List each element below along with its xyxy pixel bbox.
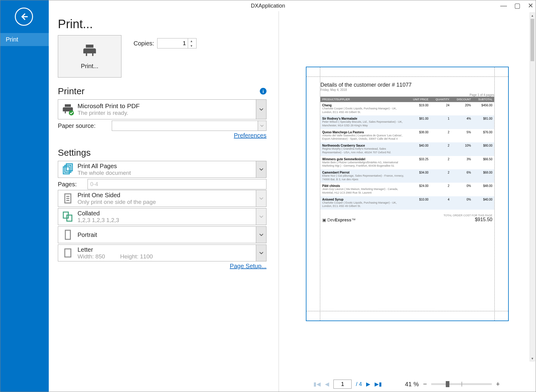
report-page-info: Page 1 of 4 pages	[320, 93, 494, 97]
pages-input-wrap[interactable]	[88, 179, 266, 189]
page-setup-link[interactable]: Page Setup...	[230, 263, 266, 269]
table-row: Pâté chinoisJean-Guy Lauzon ( Ma Maison,…	[320, 183, 494, 196]
paper-source-dropdown-button[interactable]	[258, 121, 266, 131]
preview-toolbar: ▮◀ ◀ / 4 ▶ ▶▮ 41 % − +	[279, 377, 536, 392]
arrow-left-icon	[19, 12, 28, 21]
chevron-down-icon	[259, 107, 263, 111]
collate-dropdown-button[interactable]	[256, 208, 266, 225]
scroll-down-icon[interactable]: ▼	[530, 356, 535, 361]
orientation-select[interactable]: Portrait	[58, 226, 266, 243]
paper-source-select[interactable]	[112, 121, 266, 131]
print-button[interactable]: Print...	[58, 35, 121, 78]
settings-pane: Print... Print... Copies: ▲▼ Printer i	[49, 11, 279, 392]
table-row: Northwoods Cranberry SauceRegina Murphy …	[320, 142, 494, 156]
collate-select[interactable]: Collated 1,2,3 1,2,3 1,2,3	[58, 208, 266, 225]
svg-rect-10	[65, 230, 71, 239]
print-range-dropdown-button[interactable]	[256, 161, 266, 178]
orientation-dropdown-button[interactable]	[256, 227, 266, 243]
duplex-select[interactable]: Print One Sided Only print one side of t…	[58, 190, 266, 207]
app-title: DXApplication	[251, 3, 285, 9]
paper-source-input[interactable]	[112, 123, 258, 129]
copies-input[interactable]	[157, 40, 188, 47]
copies-label: Copies:	[134, 40, 154, 47]
printer-select[interactable]: Microsoft Print to PDF The printer is re…	[58, 99, 266, 119]
report-title: Details of the customer order # 11077	[320, 82, 494, 88]
chevron-down-icon	[259, 251, 263, 255]
copies-spinner[interactable]: ▲▼	[157, 38, 197, 48]
paper-size-select[interactable]: Letter Width: 850 Height: 1100	[58, 244, 266, 261]
paper-icon	[58, 245, 78, 261]
print-range-sub: The whole document	[78, 170, 256, 176]
collate-sub: 1,2,3 1,2,3 1,2,3	[78, 217, 256, 224]
printer-icon	[82, 43, 97, 60]
chevron-down-icon	[259, 167, 263, 171]
minimize-button[interactable]: —	[500, 2, 507, 9]
back-button[interactable]	[15, 8, 33, 26]
pages-input[interactable]	[88, 181, 266, 188]
preferences-link[interactable]: Preferences	[234, 132, 266, 139]
copies-up[interactable]: ▲	[188, 38, 195, 43]
printer-name: Microsoft Print to PDF	[78, 102, 256, 110]
total-label: TOTAL ORDER COST FOR THIS PAGE	[444, 214, 492, 217]
preview-page[interactable]: Details of the customer order # 11077 Fr…	[306, 67, 509, 321]
page-single-icon	[58, 190, 78, 207]
printer-dropdown-button[interactable]	[256, 100, 266, 119]
col-price: UNIT PRICE	[407, 97, 430, 102]
first-page-button[interactable]: ▮◀	[313, 381, 321, 387]
paper-source-label: Paper source:	[58, 122, 109, 129]
col-sub: SUBTOTAL	[473, 97, 494, 102]
zoom-label: 41 %	[405, 381, 419, 388]
table-row: Sir Rodney's MarmaladePeter Wilson ( Spe…	[320, 115, 494, 129]
chevron-down-icon	[259, 233, 263, 237]
scroll-thumb[interactable]	[531, 19, 534, 61]
next-page-button[interactable]: ▶	[366, 381, 370, 387]
zoom-slider[interactable]	[431, 383, 492, 385]
svg-rect-11	[65, 249, 71, 257]
collate-title: Collated	[78, 210, 256, 217]
printer-status: The printer is ready.	[78, 110, 256, 116]
table-row: Queso Manchego La PastoraAntonio del Val…	[320, 129, 494, 142]
zoom-in-button[interactable]: +	[495, 380, 501, 388]
chevron-down-icon	[260, 124, 264, 128]
print-range-title: Print All Pages	[78, 163, 256, 170]
report-date: Friday, May 4, 2018	[320, 88, 494, 91]
close-button[interactable]: ✕	[528, 2, 533, 9]
scroll-up-icon[interactable]: ▲	[530, 13, 535, 18]
copies-down[interactable]: ▼	[188, 43, 195, 48]
sidebar-item-print[interactable]: Print	[0, 33, 49, 46]
duplex-sub: Only print one side of the page	[78, 199, 256, 205]
printer-ready-icon	[58, 100, 78, 119]
col-product: PRODUCT/SUPPLIER	[320, 97, 407, 102]
page-count: / 4	[356, 381, 362, 387]
col-qty: QUANTITY	[430, 97, 451, 102]
chevron-down-icon	[259, 214, 263, 219]
page-number-input[interactable]	[333, 380, 352, 389]
collate-icon	[58, 208, 78, 225]
table-row: ChangCharlotte Cooper ( Exotic Liquids, …	[320, 102, 494, 115]
table-row: Aniseed SyrupCharlotte Cooper ( Exotic L…	[320, 196, 494, 210]
orientation-title: Portrait	[78, 231, 256, 238]
prev-page-button[interactable]: ◀	[325, 381, 329, 387]
total-value: $915.50	[444, 217, 492, 222]
paper-height: Height: 1100	[120, 253, 153, 260]
paper-size-dropdown-button[interactable]	[256, 245, 266, 261]
zoom-slider-thumb[interactable]	[446, 381, 449, 387]
last-page-button[interactable]: ▶▮	[375, 381, 382, 387]
paper-width: Width: 850	[78, 253, 105, 260]
col-disc: DISCOUNT	[451, 97, 473, 102]
table-row: Wimmers gute SemmelknödelMartin Bein ( P…	[320, 156, 494, 169]
devexpress-logo: ▣ DevExpress™	[322, 218, 356, 222]
preview-pane: Details of the customer order # 11077 Fr…	[279, 11, 536, 392]
paper-title: Letter	[78, 246, 256, 253]
maximize-button[interactable]: ▢	[514, 2, 521, 9]
print-range-select[interactable]: Print All Pages The whole document	[58, 161, 266, 178]
duplex-dropdown-button[interactable]	[256, 190, 266, 207]
info-icon[interactable]: i	[260, 88, 266, 95]
settings-section-title: Settings	[58, 148, 91, 158]
printer-section-title: Printer	[58, 86, 84, 96]
preview-scrollbar[interactable]: ▲ ▼	[530, 12, 535, 361]
page-title: Print...	[58, 17, 266, 31]
zoom-out-button[interactable]: −	[422, 380, 428, 388]
titlebar: DXApplication — ▢ ✕	[0, 0, 536, 11]
table-row: Camembert PierrotEliane Noz ( Gai pâtura…	[320, 169, 494, 183]
